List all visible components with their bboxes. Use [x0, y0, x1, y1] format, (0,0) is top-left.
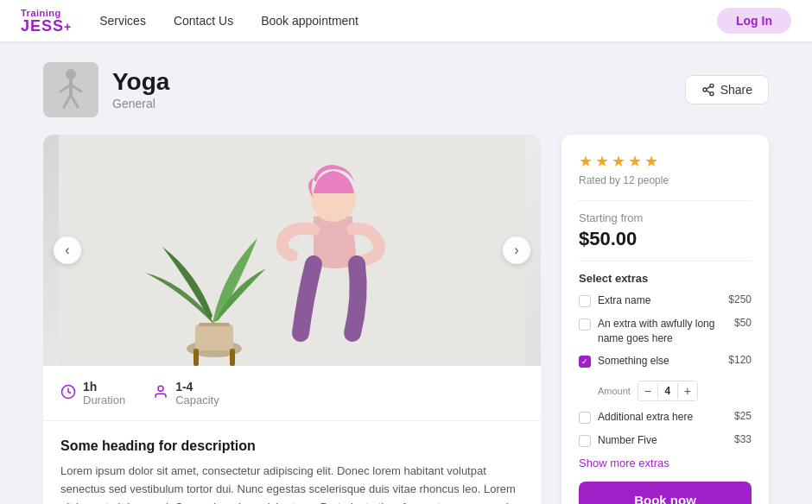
svg-point-20 — [158, 386, 163, 391]
show-more-extras-link[interactable]: Show more extras — [579, 457, 752, 469]
svg-point-9 — [710, 92, 714, 96]
duration-value: 1h — [83, 380, 125, 394]
capacity-meta: 1-4 Capacity — [153, 380, 219, 406]
extra-item-4: Additional extra here $25 — [579, 410, 752, 425]
share-icon — [701, 83, 715, 97]
star-3: ★ — [612, 152, 625, 171]
star-5: ★ — [644, 152, 658, 171]
star-1: ★ — [579, 152, 593, 171]
extra-name-3: Something else — [598, 354, 721, 369]
extra-name-1: Extra name — [598, 293, 721, 308]
carousel-prev-button[interactable]: ‹ — [54, 236, 81, 264]
stars-row: ★ ★ ★ ★ ★ — [579, 152, 752, 171]
service-subtitle: General — [112, 97, 155, 110]
extra-checkbox-4[interactable] — [579, 412, 591, 424]
carousel-image — [43, 135, 541, 366]
extra-checkbox-2[interactable] — [579, 318, 591, 331]
extra-price-2: $50 — [734, 317, 752, 329]
amount-row: Amount − 4 + — [598, 381, 698, 401]
logo[interactable]: Training JESS+ — [21, 9, 72, 34]
extra-item-2: An extra with awfully long name goes her… — [579, 317, 752, 346]
description-heading: Some heading for description — [60, 438, 523, 454]
extra-price-5: $33 — [734, 433, 752, 445]
svg-rect-16 — [193, 349, 199, 366]
page-content: Yoga General Share — [26, 41, 786, 504]
extra-checkbox-5[interactable] — [579, 435, 591, 447]
star-2: ★ — [595, 152, 609, 171]
select-extras-label: Select extras — [579, 272, 752, 285]
extra-price-1: $250 — [728, 293, 752, 306]
capacity-value: 1-4 — [175, 380, 219, 394]
extra-name-5: Number Five — [598, 433, 727, 448]
svg-rect-14 — [195, 324, 233, 350]
nav-contact[interactable]: Contact Us — [174, 14, 233, 28]
extra-checkbox-1[interactable] — [579, 295, 591, 307]
service-title: Yoga — [112, 68, 169, 96]
login-button[interactable]: Log In — [717, 8, 791, 34]
carousel-next-button[interactable]: › — [503, 236, 530, 264]
extra-name-2: An extra with awfully long name goes her… — [598, 317, 727, 346]
left-panel: ‹ › 1h Duration — [43, 135, 541, 504]
person-icon — [153, 384, 168, 403]
page-header: Yoga General Share — [43, 62, 769, 117]
book-now-button[interactable]: Book now — [579, 482, 752, 504]
description-section: Some heading for description Lorem ipsum… — [43, 421, 541, 504]
amount-label: Amount — [598, 386, 631, 396]
svg-rect-17 — [230, 349, 235, 366]
capacity-info: 1-4 Capacity — [175, 380, 219, 406]
nav-book[interactable]: Book appointment — [261, 14, 358, 28]
duration-label: Duration — [83, 394, 125, 406]
share-button[interactable]: Share — [685, 75, 769, 104]
rating-label: Rated by 12 people — [579, 174, 752, 186]
yoga-thumbnail-icon — [43, 62, 98, 117]
extra-item-5: Number Five $33 — [579, 433, 752, 448]
share-label: Share — [720, 83, 752, 97]
page-header-left: Yoga General — [43, 62, 169, 117]
service-title-group: Yoga General — [112, 68, 169, 111]
logo-jess-text: JESS+ — [21, 18, 72, 34]
navbar: Training JESS+ Services Contact Us Book … — [0, 0, 812, 41]
extra-item-3: Something else $120 Amount − 4 + — [579, 354, 752, 401]
service-thumbnail — [43, 62, 98, 117]
duration-meta: 1h Duration — [60, 380, 125, 406]
svg-point-8 — [703, 88, 707, 91]
amount-decrease-button[interactable]: − — [638, 381, 657, 400]
image-carousel: ‹ › — [43, 135, 541, 366]
amount-increase-button[interactable]: + — [678, 381, 697, 400]
divider-1 — [579, 200, 752, 201]
extra-name-4: Additional extra here — [598, 410, 727, 425]
svg-line-10 — [706, 91, 710, 93]
extra-price-3: $120 — [728, 354, 752, 366]
extra-item-1: Extra name $250 — [579, 293, 752, 308]
starting-from-label: Starting from — [579, 211, 752, 224]
divider-2 — [579, 261, 752, 261]
svg-line-11 — [706, 86, 710, 89]
duration-info: 1h Duration — [83, 380, 125, 406]
svg-point-7 — [710, 84, 714, 87]
price-display: $50.00 — [579, 228, 752, 250]
amount-control: − 4 + — [638, 381, 698, 401]
nav-services[interactable]: Services — [99, 14, 146, 28]
right-panel: ★ ★ ★ ★ ★ Rated by 12 people Starting fr… — [561, 135, 769, 504]
nav-links: Services Contact Us Book appointment — [99, 14, 717, 28]
service-meta: 1h Duration 1-4 Capacity — [43, 366, 541, 421]
extra-price-4: $25 — [734, 410, 752, 422]
clock-icon — [60, 384, 76, 403]
description-text: Lorem ipsum dolor sit amet, consectetur … — [60, 463, 523, 504]
extra-checkbox-3[interactable] — [579, 356, 591, 368]
capacity-label: Capacity — [175, 394, 219, 406]
star-4: ★ — [628, 152, 642, 171]
amount-value: 4 — [657, 383, 678, 399]
main-layout: ‹ › 1h Duration — [43, 135, 769, 504]
yoga-scene-illustration — [59, 135, 525, 366]
